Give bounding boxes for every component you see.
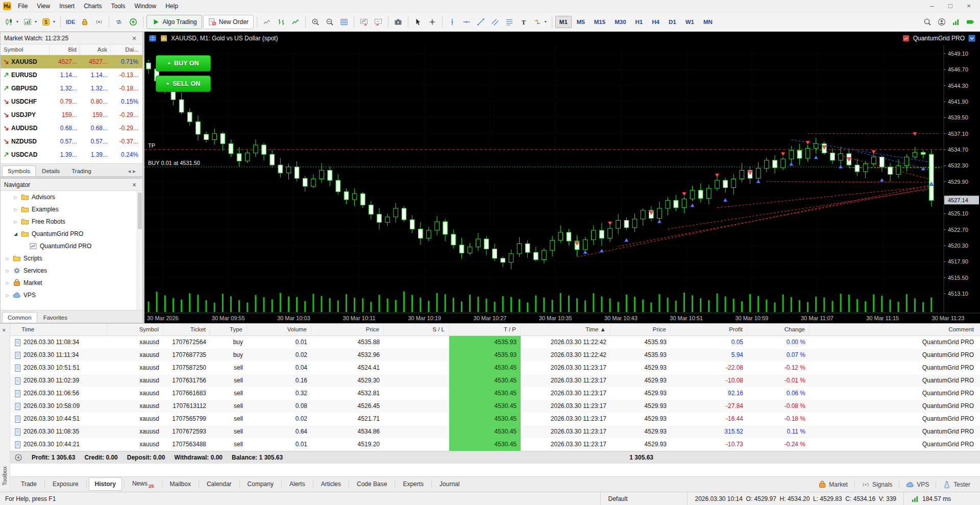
navigator-item-vps-8[interactable]: ▷VPS [1, 289, 142, 301]
navigator-item-examples-1[interactable]: ▷Examples [1, 203, 142, 215]
navigator-scrollbar[interactable] [137, 191, 142, 310]
history-row[interactable]: 2026.03.30 11:11:34xauusd1707687735buy0.… [10, 349, 980, 362]
history-row[interactable]: 2026.03.30 10:44:51xauusd1707565799sell0… [10, 413, 980, 425]
add-symbol-button[interactable] [127, 15, 140, 29]
expand-arrow-icon[interactable]: ▷ [5, 256, 10, 261]
timeframe-h1-button[interactable]: H1 [631, 16, 647, 28]
market-watch-row-eurusd[interactable]: EURUSD 1.14... 1.14... -0.13... [1, 68, 142, 82]
menu-view[interactable]: View [32, 1, 55, 11]
column-header-time[interactable]: Time ▲ [521, 324, 610, 335]
tick-chart-button[interactable] [260, 15, 274, 29]
account-button[interactable] [935, 15, 948, 29]
zoom-out-button[interactable] [323, 15, 336, 29]
profiles-button[interactable]: $▾ [40, 15, 57, 29]
toolbox-side-label[interactable]: Toolbox [2, 466, 8, 486]
expand-arrow-icon[interactable]: ▷ [5, 269, 10, 273]
chart-shift-button[interactable] [372, 15, 385, 29]
column-header-time[interactable]: Time [10, 324, 107, 335]
timeframe-m30-button[interactable]: M30 [610, 16, 630, 28]
timeframe-w1-button[interactable]: W1 [681, 16, 698, 28]
vps-button[interactable]: VPS [901, 478, 934, 491]
connection-status-button[interactable] [949, 15, 963, 29]
timeframe-m5-button[interactable]: M5 [573, 16, 589, 28]
history-row[interactable]: 2026.03.30 11:02:39xauusd1707631756sell0… [10, 374, 980, 387]
collapse-arrow-icon[interactable]: ◢ [13, 231, 18, 236]
history-row[interactable]: 2026.03.30 10:58:09xauusd1707613112sell0… [10, 400, 980, 413]
fibonacci-button[interactable] [503, 15, 516, 29]
column-header-type[interactable]: Type [210, 324, 247, 335]
market-watch-row-gbpusd[interactable]: GBPUSD 1.32... 1.32... -0.18... [1, 82, 142, 95]
market-watch-row-nzdusd[interactable]: NZDUSD 0.57... 0.57... -0.37... [1, 135, 142, 148]
tab-trading[interactable]: Trading [66, 165, 97, 176]
history-row[interactable]: 2026.03.30 11:08:34xauusd1707672564buy0.… [10, 336, 980, 349]
market-watch-row-usdjpy[interactable]: USDJPY 159... 159... -0.29... [1, 108, 142, 122]
toolbox-tab-experts[interactable]: Experts [397, 478, 429, 490]
tab-symbols[interactable]: Symbols [2, 165, 36, 176]
history-row[interactable]: 2026.03.30 10:51:51xauusd1707587250sell0… [10, 362, 980, 374]
toolbox-tab-exposure[interactable]: Exposure [47, 478, 84, 490]
crosshair-button[interactable] [426, 15, 439, 29]
toolbox-tab-articles[interactable]: Articles [315, 478, 347, 490]
column-header-comment[interactable]: Comment [810, 324, 980, 335]
toolbox-tab-code-base[interactable]: Code Base [351, 478, 393, 490]
vertical-line-button[interactable] [446, 15, 459, 29]
column-header-volume[interactable]: Volume [247, 324, 311, 335]
tab-favorites[interactable]: Favorites [38, 312, 73, 323]
column-header-ask[interactable]: Ask [80, 44, 111, 55]
column-header-price[interactable]: Price [610, 324, 671, 335]
expand-arrow-icon[interactable]: ▷ [13, 220, 18, 224]
tester-button[interactable]: Tester [938, 478, 975, 491]
toolbox-tab-trade[interactable]: Trade [15, 478, 42, 490]
search-button[interactable] [921, 15, 934, 29]
toolbox-tab-alerts[interactable]: Alerts [284, 478, 311, 490]
menu-insert[interactable]: Insert [55, 1, 79, 11]
toolbox-tab-calendar[interactable]: Calendar [201, 478, 237, 490]
timeframe-mn-button[interactable]: MN [699, 16, 717, 28]
chart-type-button[interactable]: ▾ [3, 15, 20, 29]
open-chart-button[interactable]: ▾ [21, 15, 39, 29]
history-row[interactable]: 2026.03.30 10:44:21xauusd1707563488sell0… [10, 438, 980, 451]
shapes-button[interactable]: ▾ [531, 15, 549, 29]
toolbox-tab-news[interactable]: News25 [127, 477, 160, 491]
scrollbar-thumb[interactable] [138, 193, 142, 229]
market-watch-row-usdchf[interactable]: USDCHF 0.79... 0.80... 0.15% [1, 95, 142, 108]
refresh-button[interactable] [112, 15, 126, 29]
toolbox-tab-mailbox[interactable]: Mailbox [164, 478, 197, 490]
navigator-item-services-6[interactable]: ▷Services [1, 264, 142, 277]
timeframe-h4-button[interactable]: H4 [648, 16, 664, 28]
lock-button[interactable] [78, 15, 91, 29]
column-header-bid[interactable]: Bid [50, 44, 80, 55]
expand-arrow-icon[interactable]: ▷ [13, 207, 18, 212]
expand-arrow-icon[interactable]: ▷ [13, 195, 18, 200]
column-header-dai-[interactable]: Dai... [111, 44, 142, 55]
navigator-item-advisors-0[interactable]: ▷Advisors [1, 191, 142, 203]
close-icon[interactable]: × [130, 180, 139, 189]
depth-of-market-icon[interactable] [149, 34, 157, 42]
tab-details[interactable]: Details [36, 165, 65, 176]
timeframe-m1-button[interactable]: M1 [555, 16, 572, 28]
cursor-button[interactable] [411, 15, 425, 29]
new-order-button[interactable]: New Order [203, 15, 254, 29]
screenshot-button[interactable] [391, 15, 405, 29]
buy-on-button[interactable]: ● BUY ON [156, 55, 211, 71]
menu-charts[interactable]: Charts [79, 1, 106, 11]
menu-tools[interactable]: Tools [107, 1, 130, 11]
maximize-button[interactable]: □ [941, 2, 960, 10]
battery-button[interactable] [964, 15, 977, 29]
zoom-in-button[interactable] [309, 15, 322, 29]
tab-common[interactable]: Common [2, 312, 37, 323]
timeframe-m15-button[interactable]: M15 [590, 16, 609, 28]
profile-indicator[interactable]: Default [600, 492, 687, 505]
column-header-price[interactable]: Price [311, 324, 384, 335]
bar-chart-button[interactable] [275, 15, 288, 29]
column-header-symbol[interactable]: Symbol [107, 324, 163, 335]
menu-file[interactable]: File [13, 1, 32, 11]
timeframe-d1-button[interactable]: D1 [665, 16, 680, 28]
expand-arrow-icon[interactable]: ▷ [5, 293, 10, 298]
close-button[interactable]: × [960, 2, 978, 10]
navigator-item-market-7[interactable]: ▷Market [1, 277, 142, 289]
column-header-t-p[interactable]: T / P [449, 324, 521, 335]
tab-scroll-arrows[interactable]: ◂▸ [125, 165, 141, 176]
chevron-down-icon[interactable] [968, 34, 976, 42]
navigator-item-quantumgrid-pro-4[interactable]: QuantumGrid PRO [1, 240, 142, 252]
